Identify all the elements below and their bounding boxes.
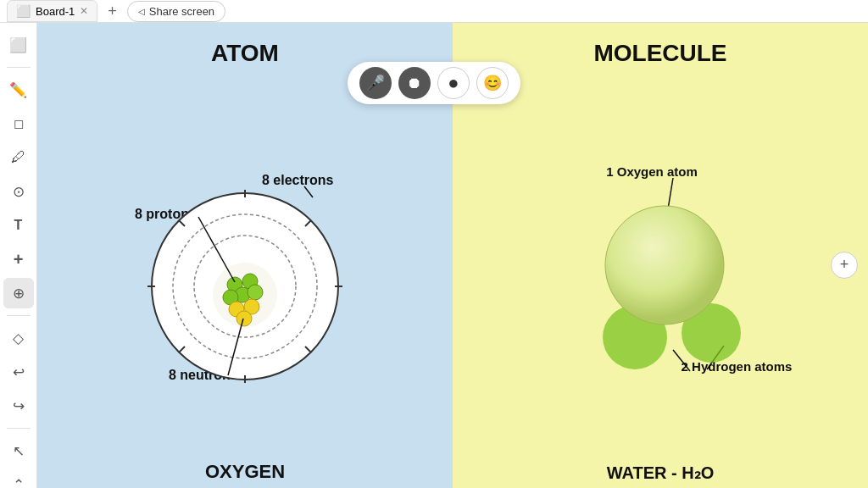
svg-point-11 bbox=[236, 311, 252, 326]
molecule-title: MOLECULE bbox=[593, 40, 726, 67]
sidebar-board-icon[interactable]: ⬜ bbox=[3, 30, 34, 60]
mic-button[interactable]: 🎤 bbox=[359, 67, 392, 99]
board-tab-label: Board-1 bbox=[36, 5, 75, 18]
svg-point-28 bbox=[605, 206, 724, 324]
molecule-diagram: 1 Oxygen atom 2 Hydrogen atoms bbox=[525, 134, 796, 422]
atom-diagram: 8 protons 8 electrons 8 neutrons bbox=[118, 134, 372, 422]
emoji-button[interactable]: 😊 bbox=[476, 67, 509, 99]
top-bar: ⬜ Board-1 ✕ + ◁ Share screen bbox=[0, 0, 868, 23]
sidebar-text-icon[interactable]: T bbox=[3, 210, 34, 241]
video-button[interactable]: ⏺ bbox=[398, 67, 431, 99]
molecule-subtitle: WATER - H₂O bbox=[607, 463, 715, 483]
sidebar-divider-3 bbox=[7, 428, 31, 429]
sidebar-move-icon[interactable]: ⊕ bbox=[3, 278, 34, 308]
main-area: 🎤 ⏺ ● 😊 ⬜ ✏️ ◻ 🖊 ⊙ T + ⊕ ◇ ↩ ↪ ↖ ⌃ ATOM bbox=[0, 23, 868, 488]
sidebar-divider-2 bbox=[7, 315, 31, 316]
sidebar-plus-icon[interactable]: + bbox=[3, 244, 34, 274]
sidebar-redo-icon[interactable]: ↪ bbox=[3, 391, 34, 421]
sidebar-divider-1 bbox=[7, 67, 31, 68]
sidebar-pen-icon[interactable]: 🖊 bbox=[3, 142, 34, 173]
sidebar-eraser-icon[interactable]: ◻ bbox=[3, 108, 34, 139]
sidebar-circle-icon[interactable]: ⊙ bbox=[3, 176, 34, 207]
media-controls-bar: 🎤 ⏺ ● 😊 bbox=[348, 62, 520, 104]
svg-point-8 bbox=[248, 285, 263, 300]
sidebar-undo-icon[interactable]: ↩ bbox=[3, 357, 34, 387]
share-screen-button[interactable]: ◁ Share screen bbox=[127, 1, 225, 22]
sidebar-clear-icon[interactable]: ◇ bbox=[3, 323, 34, 353]
oxygen-atom-label: 1 Oxygen atom bbox=[606, 164, 698, 179]
atom-title: ATOM bbox=[211, 40, 279, 67]
sidebar-pointer-icon[interactable]: ↖ bbox=[3, 435, 34, 466]
electrons-label: 8 electrons bbox=[262, 173, 334, 187]
add-tab-button[interactable]: + bbox=[103, 3, 122, 20]
svg-line-21 bbox=[304, 186, 313, 197]
zoom-plus-button[interactable]: + bbox=[831, 252, 858, 279]
board-tab[interactable]: ⬜ Board-1 ✕ bbox=[7, 0, 97, 22]
share-screen-label: Share screen bbox=[149, 5, 214, 18]
share-arrow-icon: ◁ bbox=[138, 7, 145, 16]
sidebar-pencil-icon[interactable]: ✏️ bbox=[3, 75, 34, 105]
hydrogen-atoms-label: 2 Hydrogen atoms bbox=[682, 359, 793, 374]
tab-close-icon[interactable]: ✕ bbox=[80, 5, 88, 17]
atom-subtitle: OXYGEN bbox=[205, 461, 285, 483]
board-tab-icon: ⬜ bbox=[16, 4, 31, 18]
dot-button[interactable]: ● bbox=[437, 67, 470, 99]
sidebar: ⬜ ✏️ ◻ 🖊 ⊙ T + ⊕ ◇ ↩ ↪ ↖ ⌃ bbox=[0, 23, 37, 488]
sidebar-expand-icon[interactable]: ⌃ bbox=[3, 469, 34, 488]
